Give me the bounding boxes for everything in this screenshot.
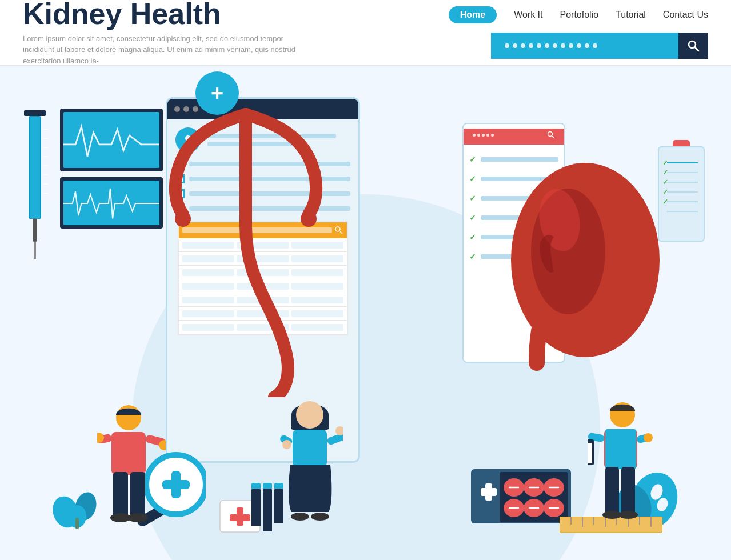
nav-item-contact[interactable]: Contact Us [663, 10, 708, 20]
svg-rect-45 [162, 480, 190, 489]
syringe-illustration [24, 111, 46, 260]
monitor-top [60, 109, 163, 171]
svg-text:✓: ✓ [662, 169, 668, 177]
kidney-illustration [485, 146, 668, 388]
svg-rect-48 [481, 488, 497, 496]
search-button[interactable] [678, 33, 708, 59]
header: Kidney Health Lorem ipsum dolor sit amet… [0, 0, 731, 66]
checkmark-icon: ✓ [469, 233, 476, 242]
svg-rect-19 [130, 472, 145, 518]
search-dot [537, 43, 541, 48]
clipboard: ✓ ✓ ✓ ✓ ✓ [656, 140, 707, 245]
search-dot [569, 43, 573, 48]
svg-point-21 [127, 513, 148, 522]
syringe-mark [43, 138, 48, 139]
table-search-icon [334, 226, 343, 235]
right-search-dots [473, 134, 544, 137]
svg-text:✓: ✓ [662, 178, 668, 186]
search-dot [529, 43, 533, 48]
kidney-svg [485, 146, 668, 386]
person-left-svg [97, 403, 166, 523]
syringe-body [29, 116, 41, 219]
svg-point-29 [311, 513, 329, 521]
syringe-mark [43, 183, 48, 185]
panel-search-icon [547, 131, 555, 139]
svg-point-37 [644, 433, 653, 442]
svg-line-8 [552, 136, 554, 138]
svg-text:✓: ✓ [662, 198, 668, 206]
svg-point-41 [618, 511, 638, 519]
search-dot [505, 43, 509, 48]
nav: Home Work It Portofolio Tutorial Contact… [449, 6, 708, 23]
checkmark-icon: ✓ [469, 174, 476, 183]
svg-point-6 [301, 211, 317, 227]
svg-rect-66 [230, 514, 250, 521]
bottle-cap [274, 483, 283, 489]
svg-rect-32 [605, 429, 636, 469]
monitor-inner-top [63, 112, 159, 168]
svg-line-4 [340, 231, 342, 234]
site-title: Kidney Health [23, 0, 303, 29]
nav-item-home[interactable]: Home [449, 6, 497, 23]
person-mid [280, 398, 343, 526]
bottle-cap [263, 483, 272, 489]
syringe-needle [34, 242, 36, 259]
stethoscope-svg [160, 66, 331, 397]
monitor-inner-bottom [63, 181, 159, 225]
search-dots [500, 43, 602, 48]
stethoscope-top-circle: + [195, 71, 239, 115]
search-field[interactable] [491, 33, 678, 59]
monitor-screens [60, 109, 163, 229]
syringe-mark [43, 156, 48, 157]
bottle-cap [251, 483, 261, 489]
search-dot [473, 134, 476, 137]
nav-item-workit[interactable]: Work It [514, 10, 542, 20]
plus-icon: + [211, 82, 223, 104]
svg-rect-35 [588, 443, 592, 463]
svg-text:✓: ✓ [662, 159, 668, 167]
person-right-svg [588, 401, 657, 523]
syringe-markings [43, 129, 48, 194]
monitor-bottom [60, 177, 163, 229]
nav-item-tutorial[interactable]: Tutorial [616, 10, 646, 20]
search-dot [486, 134, 489, 137]
svg-rect-39 [621, 467, 635, 515]
svg-rect-38 [605, 467, 619, 515]
person-mid-svg [280, 398, 343, 523]
svg-rect-23 [293, 430, 327, 467]
svg-rect-70 [75, 518, 79, 529]
right-panel-search [468, 129, 560, 141]
search-dot [482, 134, 485, 137]
svg-line-1 [695, 47, 698, 51]
bottle [251, 489, 261, 526]
clipboard-svg: ✓ ✓ ✓ ✓ ✓ [656, 140, 707, 243]
search-dot [513, 43, 517, 48]
search-dot [561, 43, 565, 48]
svg-point-22 [296, 401, 323, 429]
syringe-mark [43, 193, 48, 194]
header-right: Home Work It Portofolio Tutorial Contact… [449, 6, 708, 59]
checkmark-icon: ✓ [469, 194, 476, 203]
search-dot [545, 43, 549, 48]
search-dot [553, 43, 557, 48]
svg-rect-18 [113, 472, 128, 518]
search-bar [491, 33, 708, 59]
nav-item-portfolio[interactable]: Portofolio [560, 10, 599, 20]
bottle [263, 489, 272, 531]
syringe-mark [43, 129, 48, 130]
medicine-bottles [251, 489, 283, 531]
checkmark-icon: ✓ [469, 155, 476, 164]
syringe-mark [43, 165, 48, 166]
person-right [588, 401, 657, 526]
svg-point-7 [548, 132, 553, 137]
search-icon [686, 39, 700, 53]
syringe-tip [33, 219, 37, 242]
search-dot [585, 43, 589, 48]
medicine-box-svg [468, 458, 582, 526]
svg-point-26 [335, 426, 343, 435]
person-left [97, 403, 166, 526]
bottle [274, 489, 283, 523]
ecg-svg [63, 181, 159, 225]
checkmark-icon: ✓ [469, 252, 476, 261]
checkmark-icon: ✓ [469, 213, 476, 222]
